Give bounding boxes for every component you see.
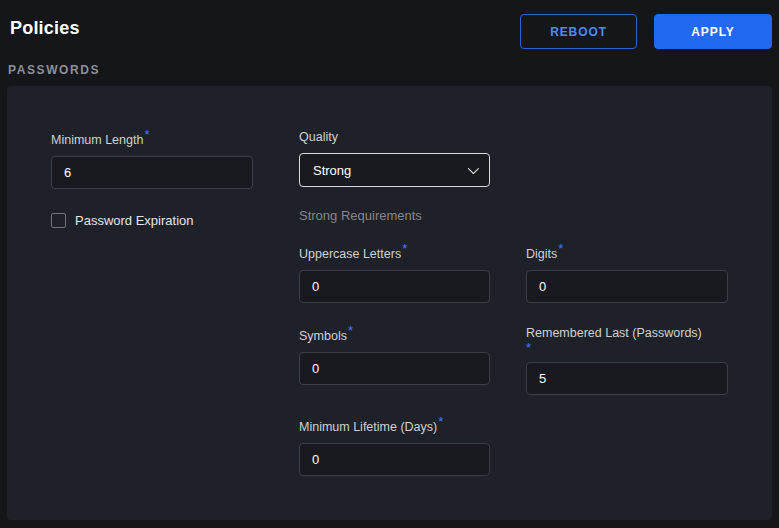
- minimum-length-input[interactable]: [51, 156, 253, 189]
- password-expiration-checkbox[interactable]: [51, 213, 66, 228]
- minimum-length-field: Minimum Length*: [51, 130, 253, 189]
- digits-field: Digits*: [526, 244, 728, 303]
- strong-requirements-heading: Strong Requirements: [299, 208, 422, 223]
- header-actions: REBOOT APPLY: [520, 14, 772, 49]
- digits-input[interactable]: [526, 270, 728, 303]
- quality-label: Quality: [299, 130, 490, 145]
- policies-page: Policies REBOOT APPLY PASSWORDS Minimum …: [0, 0, 779, 528]
- required-marker: *: [526, 341, 728, 354]
- uppercase-letters-label: Uppercase Letters*: [299, 244, 490, 262]
- required-marker: *: [438, 414, 443, 429]
- password-expiration-checkbox-row[interactable]: Password Expiration: [51, 213, 194, 228]
- password-expiration-label: Password Expiration: [75, 213, 194, 228]
- uppercase-letters-field: Uppercase Letters*: [299, 244, 490, 303]
- minimum-lifetime-field: Minimum Lifetime (Days)*: [299, 417, 490, 476]
- section-label-passwords: PASSWORDS: [8, 63, 100, 77]
- apply-button[interactable]: APPLY: [654, 14, 772, 49]
- reboot-button[interactable]: REBOOT: [520, 14, 637, 49]
- symbols-label: Symbols*: [299, 326, 490, 344]
- minimum-lifetime-label-text: Minimum Lifetime (Days): [299, 420, 437, 434]
- digits-label-text: Digits: [526, 247, 557, 261]
- quality-selected-value: Strong: [313, 163, 351, 178]
- quality-label-text: Quality: [299, 130, 338, 144]
- minimum-lifetime-label: Minimum Lifetime (Days)*: [299, 417, 490, 435]
- chevron-down-icon: [468, 163, 479, 174]
- remembered-last-input[interactable]: [526, 362, 728, 395]
- symbols-field: Symbols*: [299, 326, 490, 385]
- remembered-last-label-text: Remembered Last (Passwords): [526, 326, 702, 340]
- minimum-length-label-text: Minimum Length: [51, 133, 143, 147]
- page-title: Policies: [10, 18, 80, 39]
- required-marker: *: [348, 323, 353, 338]
- page-header: Policies REBOOT APPLY: [0, 0, 779, 56]
- required-marker: *: [558, 241, 563, 256]
- remembered-last-field: Remembered Last (Passwords)*: [526, 326, 728, 395]
- required-marker: *: [144, 127, 149, 142]
- symbols-input[interactable]: [299, 352, 490, 385]
- symbols-label-text: Symbols: [299, 329, 347, 343]
- minimum-length-label: Minimum Length*: [51, 130, 253, 148]
- minimum-lifetime-input[interactable]: [299, 443, 490, 476]
- quality-select[interactable]: Strong: [299, 153, 490, 187]
- uppercase-letters-input[interactable]: [299, 270, 490, 303]
- remembered-last-label: Remembered Last (Passwords)*: [526, 326, 728, 354]
- passwords-panel: Minimum Length* Quality Strong Password …: [7, 86, 772, 520]
- digits-label: Digits*: [526, 244, 728, 262]
- quality-field: Quality Strong: [299, 130, 490, 187]
- required-marker: *: [402, 241, 407, 256]
- uppercase-letters-label-text: Uppercase Letters: [299, 247, 401, 261]
